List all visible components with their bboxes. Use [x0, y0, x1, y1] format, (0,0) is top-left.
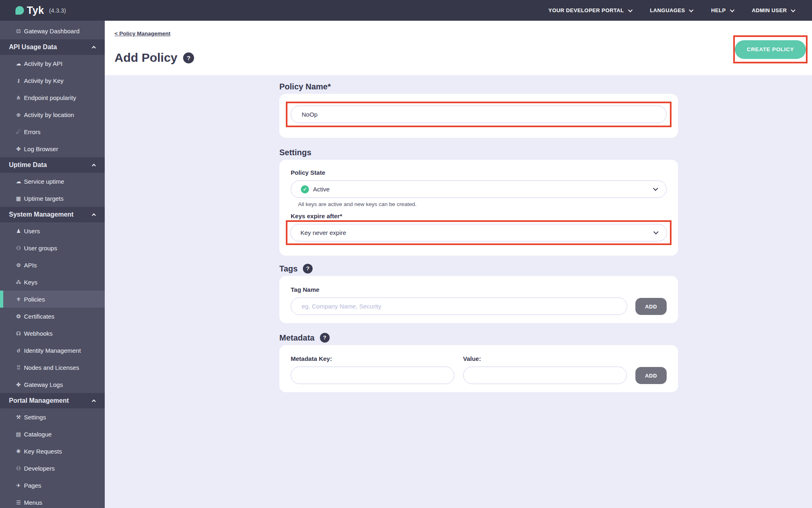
sidebar: ⊡ Gateway Dashboard API Usage Data ☁ Act… [0, 21, 105, 508]
sidebar-section-api-usage-data[interactable]: API Usage Data [0, 39, 105, 55]
sidebar-item-apis[interactable]: ⚙ APIs [0, 256, 105, 274]
sidebar-item-catalogue[interactable]: ▤ Catalogue [0, 426, 105, 443]
sidebar-item-identity-management[interactable]: ☌ Identity Management [0, 342, 105, 359]
page-title: Add Policy [114, 51, 177, 65]
chevron-down-icon [730, 7, 734, 12]
bug-icon: ✤ [15, 146, 22, 152]
paw-icon: ❋ [15, 448, 22, 454]
settings-heading: Settings [279, 148, 678, 157]
certificate-icon: ❂ [15, 313, 22, 319]
globe-icon: ⊕ [15, 112, 22, 118]
annotation-box-keys-expire: Key never expire [286, 220, 672, 245]
sidebar-item-activity-by-key[interactable]: ⚷ Activity by Key [0, 72, 105, 89]
sidebar-item-user-groups[interactable]: ⚇ User groups [0, 239, 105, 256]
wrench-icon: ⚒ [15, 414, 22, 420]
sidebar-item-nodes-and-licenses[interactable]: ♖ Nodes and Licenses [0, 359, 105, 376]
users-icon: ⚇ [15, 245, 22, 251]
chevron-down-icon [689, 7, 693, 12]
keys-expire-select[interactable]: Key never expire [290, 224, 667, 241]
check-circle-icon: ✓ [301, 185, 309, 193]
metadata-key-label: Metadata Key: [291, 355, 454, 363]
tag-name-label: Tag Name [291, 286, 667, 294]
sidebar-item-developers[interactable]: ⚇ Developers [0, 460, 105, 477]
bug-icon: ✤ [15, 382, 22, 388]
sidebar-item-menus[interactable]: ☰ Menus [0, 494, 105, 508]
users-icon: ⚇ [15, 465, 22, 471]
bomb-icon: ☄ [15, 129, 22, 135]
sidebar-item-service-uptime[interactable]: ☁ Service uptime [0, 173, 105, 190]
add-metadata-button[interactable]: ADD [635, 367, 667, 384]
create-policy-button[interactable]: CREATE POLICY [735, 40, 806, 59]
sidebar-item-activity-by-location[interactable]: ⊕ Activity by location [0, 106, 105, 123]
metadata-card: Metadata Key: Value: ADD [279, 345, 678, 392]
sidebar-item-keys[interactable]: ⁂ Keys [0, 274, 105, 291]
sidebar-item-key-requests[interactable]: ❋ Key Requests [0, 443, 105, 460]
help-icon[interactable]: ? [183, 52, 194, 63]
policy-icon: ⚜ [15, 296, 22, 302]
sidebar-item-gateway-dashboard[interactable]: ⊡ Gateway Dashboard [0, 22, 105, 39]
topbar-menu: YOUR DEVELOPER PORTAL LANGUAGES HELP ADM… [549, 7, 812, 13]
sidebar-item-certificates[interactable]: ❂ Certificates [0, 308, 105, 325]
menu-help[interactable]: HELP [711, 7, 733, 13]
help-icon[interactable]: ? [320, 333, 330, 343]
sidebar-section-portal-management[interactable]: Portal Management [0, 393, 105, 408]
sidebar-item-users[interactable]: ♟ Users [0, 222, 105, 239]
policy-state-select[interactable]: ✓ Active [291, 180, 667, 198]
chevron-down-icon [628, 7, 632, 12]
add-tag-button[interactable]: ADD [635, 298, 667, 315]
sidebar-item-portal-settings[interactable]: ⚒ Settings [0, 408, 105, 426]
chevron-down-icon [653, 186, 658, 191]
list-icon: ▤ [15, 431, 22, 437]
table-icon: ▦ [15, 195, 22, 202]
chevron-down-icon [791, 7, 795, 12]
annotation-box-policy-name [286, 102, 672, 127]
sidebar-item-policies[interactable]: ⚜ Policies [0, 291, 105, 308]
sidebar-section-system-management[interactable]: System Management [0, 207, 105, 222]
menu-languages[interactable]: LANGUAGES [650, 7, 693, 13]
chevron-up-icon [92, 163, 96, 167]
hamburger-icon: ☰ [15, 499, 22, 506]
paper-plane-icon: ✈ [15, 482, 22, 488]
sidebar-item-uptime-targets[interactable]: ▦ Uptime targets [0, 190, 105, 207]
cloud-icon: ☁ [15, 178, 22, 185]
metadata-value-label: Value: [463, 355, 627, 363]
tyk-brand[interactable]: Tyk (4.3.3) [0, 4, 66, 16]
sidebar-item-errors[interactable]: ☄ Errors [0, 123, 105, 140]
sidebar-item-endpoint-popularity[interactable]: ⋔ Endpoint popularity [0, 89, 105, 106]
sidebar-item-gateway-logs[interactable]: ✤ Gateway Logs [0, 376, 105, 393]
tags-heading: Tags ? [279, 264, 678, 274]
chevron-down-icon [653, 229, 659, 234]
policy-state-label: Policy State [291, 169, 667, 177]
content-body: Policy Name* Settings Policy State ✓ Act… [105, 75, 812, 508]
tags-card: Tag Name ADD [279, 276, 678, 323]
menu-your-developer-portal[interactable]: YOUR DEVELOPER PORTAL [549, 7, 631, 13]
fork-icon: ⋔ [15, 95, 22, 101]
chevron-up-icon [92, 213, 96, 217]
bell-icon: ☊ [15, 330, 22, 336]
policy-state-helper: All keys are active and new keys can be … [298, 201, 667, 207]
policy-state-value: Active [313, 186, 330, 193]
metadata-heading: Metadata ? [279, 333, 678, 343]
gears-icon: ⚙ [15, 262, 22, 268]
chevron-up-icon [92, 399, 96, 403]
version-label: (4.3.3) [49, 7, 66, 14]
sidebar-section-uptime-data[interactable]: Uptime Data [0, 157, 105, 173]
keys-expire-label: Keys expire after* [291, 212, 667, 220]
policy-name-input[interactable] [291, 106, 667, 123]
tag-name-input[interactable] [291, 297, 627, 315]
sidebar-item-log-browser[interactable]: ✤ Log Browser [0, 140, 105, 157]
sitemap-icon: ⁂ [15, 279, 22, 285]
sidebar-item-activity-by-api[interactable]: ☁ Activity by API [0, 55, 105, 72]
policy-name-heading: Policy Name* [279, 82, 678, 91]
help-icon[interactable]: ? [303, 264, 313, 274]
policy-name-card [279, 94, 678, 138]
tyk-logo-icon [15, 6, 24, 15]
key-icon: ⚷ [15, 78, 22, 84]
sidebar-item-webhooks[interactable]: ☊ Webhooks [0, 325, 105, 342]
metadata-key-input[interactable] [291, 367, 454, 384]
menu-admin-user[interactable]: ADMIN USER [752, 7, 794, 13]
breadcrumb-policy-management[interactable]: < Policy Management [114, 30, 171, 37]
page-header: < Policy Management Add Policy ? 1. Acce… [105, 21, 812, 75]
metadata-value-input[interactable] [463, 367, 627, 384]
sidebar-item-pages[interactable]: ✈ Pages [0, 477, 105, 494]
